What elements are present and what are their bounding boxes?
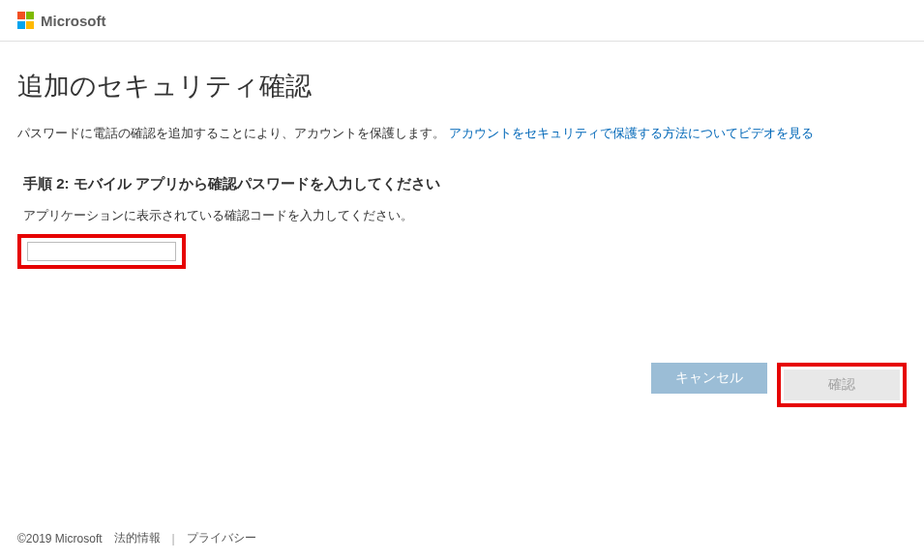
confirm-button-highlight-box: 確認 [777, 363, 907, 407]
learn-more-link[interactable]: アカウントをセキュリティで保護する方法についてビデオを見る [449, 126, 814, 140]
code-input-highlight-box [17, 234, 186, 269]
footer-copyright: ©2019 Microsoft [17, 532, 103, 545]
step-section: 手順 2: モバイル アプリから確認パスワードを入力してください アプリケーショ… [17, 175, 907, 269]
action-buttons-row: キャンセル 確認 [651, 363, 907, 407]
verification-code-input[interactable] [27, 242, 176, 261]
step-instruction: アプリケーションに表示されている確認コードを入力してください。 [23, 207, 907, 224]
microsoft-logo-icon [17, 12, 35, 29]
footer-separator: | [172, 532, 175, 545]
footer-privacy-link[interactable]: プライバシー [187, 530, 256, 546]
step-title: 手順 2: モバイル アプリから確認パスワードを入力してください [23, 175, 907, 193]
main-content: 追加のセキュリティ確認 パスワードに電話の確認を追加することにより、アカウントを… [0, 42, 924, 269]
confirm-button[interactable]: 確認 [784, 369, 900, 400]
description-text: パスワードに電話の確認を追加することにより、アカウントを保護します。 [17, 126, 445, 140]
brand-label: Microsoft [41, 13, 106, 29]
page-description: パスワードに電話の確認を追加することにより、アカウントを保護します。 アカウント… [17, 125, 907, 142]
footer-legal-link[interactable]: 法的情報 [114, 530, 161, 546]
header-bar: Microsoft [0, 0, 924, 42]
footer: ©2019 Microsoft 法的情報 | プライバシー [17, 530, 256, 546]
page-title: 追加のセキュリティ確認 [17, 69, 907, 103]
cancel-button[interactable]: キャンセル [651, 363, 767, 394]
